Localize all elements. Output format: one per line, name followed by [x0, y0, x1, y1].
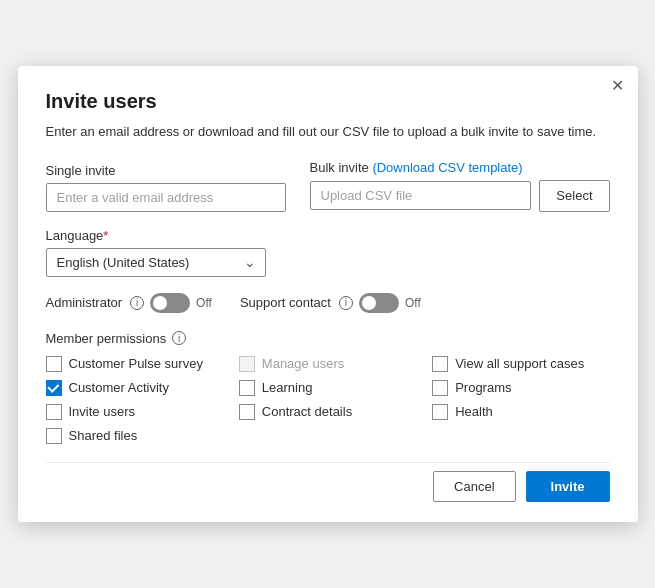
- support-contact-toggle-group: Support contact i Off: [240, 293, 421, 313]
- administrator-label: Administrator: [46, 295, 123, 310]
- permission-item-invite-users[interactable]: Invite users: [46, 404, 223, 420]
- checkbox-label-contract-details: Contract details: [262, 404, 352, 419]
- administrator-slider: [150, 293, 190, 313]
- checkbox-label-manage-users: Manage users: [262, 356, 344, 371]
- cancel-button[interactable]: Cancel: [433, 471, 515, 502]
- checkbox-label-view-support-cases: View all support cases: [455, 356, 584, 371]
- checkbox-label-shared-files: Shared files: [69, 428, 138, 443]
- checkbox-health[interactable]: [432, 404, 448, 420]
- administrator-state: Off: [196, 296, 212, 310]
- checkbox-label-programs: Programs: [455, 380, 511, 395]
- select-button[interactable]: Select: [539, 180, 609, 212]
- permission-item-shared-files[interactable]: Shared files: [46, 428, 223, 444]
- invite-button[interactable]: Invite: [526, 471, 610, 502]
- download-csv-link[interactable]: (Download CSV template): [372, 160, 522, 175]
- checkbox-contract-details[interactable]: [239, 404, 255, 420]
- bulk-invite-input[interactable]: [310, 181, 532, 210]
- invite-row: Single invite Bulk invite (Download CSV …: [46, 160, 610, 212]
- dialog-description: Enter an email address or download and f…: [46, 123, 610, 141]
- permission-item-manage-users: Manage users: [239, 356, 416, 372]
- bulk-invite-group: Bulk invite (Download CSV template) Sele…: [310, 160, 610, 212]
- administrator-toggle-group: Administrator i Off: [46, 293, 212, 313]
- support-contact-toggle[interactable]: [359, 293, 399, 313]
- administrator-toggle[interactable]: [150, 293, 190, 313]
- permission-item-customer-activity[interactable]: Customer Activity: [46, 380, 223, 396]
- language-select[interactable]: English (United States): [46, 248, 266, 277]
- checkbox-programs[interactable]: [432, 380, 448, 396]
- invite-users-dialog: ✕ Invite users Enter an email address or…: [18, 66, 638, 521]
- checkbox-view-support-cases[interactable]: [432, 356, 448, 372]
- checkbox-manage-users: [239, 356, 255, 372]
- permission-item-programs[interactable]: Programs: [432, 380, 609, 396]
- required-marker: *: [103, 228, 108, 243]
- close-button[interactable]: ✕: [611, 78, 624, 94]
- checkbox-learning[interactable]: [239, 380, 255, 396]
- checkbox-label-health: Health: [455, 404, 493, 419]
- dialog-footer: Cancel Invite: [46, 462, 610, 502]
- support-contact-state: Off: [405, 296, 421, 310]
- toggles-row: Administrator i Off Support contact i Of…: [46, 293, 610, 313]
- checkbox-label-learning: Learning: [262, 380, 313, 395]
- dialog-title: Invite users: [46, 90, 610, 113]
- support-contact-label: Support contact: [240, 295, 331, 310]
- checkbox-shared-files[interactable]: [46, 428, 62, 444]
- checkbox-customer-activity[interactable]: [46, 380, 62, 396]
- permissions-title: Member permissions i: [46, 331, 610, 346]
- single-invite-group: Single invite: [46, 163, 286, 212]
- administrator-info-icon[interactable]: i: [130, 296, 144, 310]
- checkbox-invite-users[interactable]: [46, 404, 62, 420]
- permission-item-view-support-cases[interactable]: View all support cases: [432, 356, 609, 372]
- permissions-section: Member permissions i Customer Pulse surv…: [46, 331, 610, 444]
- permission-item-customer-pulse[interactable]: Customer Pulse survey: [46, 356, 223, 372]
- checkbox-label-customer-pulse: Customer Pulse survey: [69, 356, 203, 371]
- language-label: Language*: [46, 228, 610, 243]
- single-invite-label: Single invite: [46, 163, 286, 178]
- language-section: Language* English (United States): [46, 228, 610, 277]
- checkbox-customer-pulse[interactable]: [46, 356, 62, 372]
- support-contact-slider: [359, 293, 399, 313]
- single-invite-input[interactable]: [46, 183, 286, 212]
- permission-item-health[interactable]: Health: [432, 404, 609, 420]
- checkbox-label-customer-activity: Customer Activity: [69, 380, 169, 395]
- permissions-info-icon[interactable]: i: [172, 331, 186, 345]
- checkbox-label-invite-users: Invite users: [69, 404, 135, 419]
- support-contact-info-icon[interactable]: i: [339, 296, 353, 310]
- permission-item-contract-details[interactable]: Contract details: [239, 404, 416, 420]
- permissions-grid: Customer Pulse surveyManage usersView al…: [46, 356, 610, 444]
- language-select-wrapper: English (United States): [46, 248, 266, 277]
- bulk-invite-label: Bulk invite (Download CSV template): [310, 160, 610, 175]
- permission-item-learning[interactable]: Learning: [239, 380, 416, 396]
- bulk-input-row: Select: [310, 180, 610, 212]
